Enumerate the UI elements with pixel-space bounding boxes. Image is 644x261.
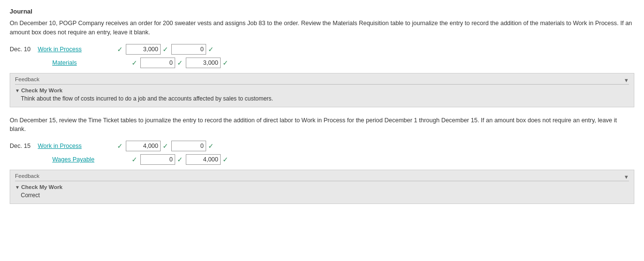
section2-date: Dec. 15: [10, 143, 38, 149]
section1-instruction: On December 10, POGP Company receives an…: [10, 19, 634, 37]
section2-credit-account[interactable]: Wages Payable: [52, 156, 130, 163]
section1-check-my-work[interactable]: Check My Work: [15, 87, 629, 93]
section2-debit-account-check: ✓: [117, 142, 123, 150]
section2-check-my-work[interactable]: Check My Work: [15, 184, 629, 190]
section2-instruction: On December 15, review the Time Ticket t…: [10, 116, 634, 134]
section1-debit-account[interactable]: Work in Process: [38, 46, 115, 53]
section1-debit-account-check: ✓: [117, 45, 123, 53]
section2-debit-amount[interactable]: [126, 141, 161, 151]
section2-debit-credit-check: ✓: [208, 142, 214, 150]
section1-credit-amount[interactable]: [186, 58, 221, 68]
section1-debit-check: ✓: [163, 45, 168, 53]
section1-credit-row: Materials ✓ ✓ ✓: [10, 58, 634, 68]
section1-debit-credit-amount[interactable]: [171, 44, 206, 55]
section1-credit-account[interactable]: Materials: [52, 59, 130, 66]
section1-credit-debit-amount[interactable]: [140, 58, 175, 68]
section2-debit-account[interactable]: Work in Process: [38, 143, 115, 149]
section2-credit-amount[interactable]: [186, 154, 221, 165]
section2-debit-row: Dec. 15 Work in Process ✓ ✓ ✓: [10, 141, 634, 151]
section-1: On December 10, POGP Company receives an…: [10, 19, 634, 107]
section2-feedback-label: Feedback: [15, 173, 629, 181]
section1-feedback-triangle[interactable]: ▼: [624, 77, 629, 83]
section2-credit-check: ✓: [223, 156, 228, 163]
section2-feedback-box: Feedback ▼ Check My Work Correct: [10, 170, 634, 204]
section2-debit-credit-amount[interactable]: [171, 141, 206, 151]
section1-credit-account-check: ✓: [132, 59, 137, 67]
section-2: On December 15, review the Time Ticket t…: [10, 116, 634, 204]
section2-feedback-triangle[interactable]: ▼: [624, 174, 629, 180]
section2-debit-check: ✓: [163, 142, 168, 150]
section1-debit-amount[interactable]: [126, 44, 161, 55]
section1-feedback-label: Feedback: [15, 76, 629, 85]
section2-feedback-content: Correct: [15, 192, 629, 199]
section1-feedback-box: Feedback ▼ Check My Work Think about the…: [10, 73, 634, 107]
section2-credit-account-check: ✓: [132, 156, 137, 163]
section1-credit-debit-check: ✓: [177, 59, 183, 67]
section1-date: Dec. 10: [10, 46, 38, 53]
section2-credit-debit-check: ✓: [177, 156, 183, 163]
section2-credit-row: Wages Payable ✓ ✓ ✓: [10, 154, 634, 165]
section1-debit-row: Dec. 10 Work in Process ✓ ✓ ✓: [10, 44, 634, 55]
section1-credit-check: ✓: [223, 59, 228, 67]
section1-debit-credit-check: ✓: [208, 45, 214, 53]
section1-feedback-content: Think about the flow of costs incurred t…: [15, 95, 629, 102]
section2-credit-debit-amount[interactable]: [140, 154, 175, 165]
journal-title: Journal: [10, 8, 634, 15]
